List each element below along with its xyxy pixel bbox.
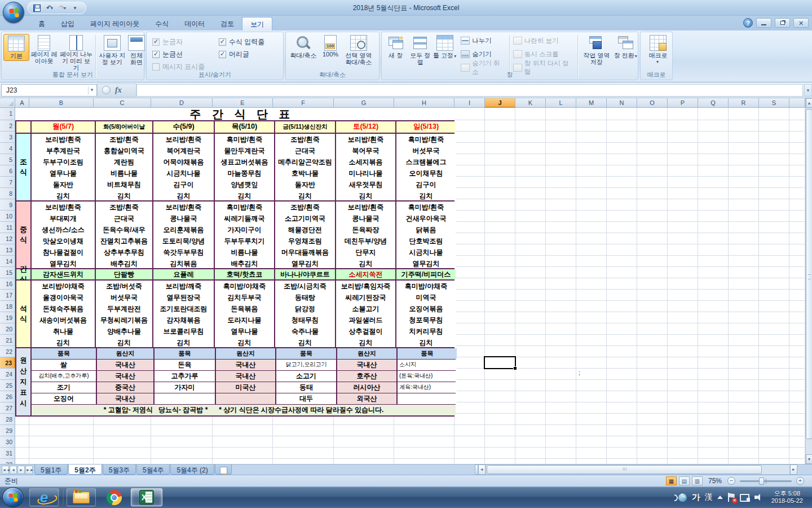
minimize-button[interactable] (756, 18, 771, 28)
row-header[interactable]: 11 (0, 222, 15, 233)
tab-page-layout[interactable]: 페이지 레이아웃 (82, 17, 147, 30)
row-header[interactable]: 17 (0, 290, 15, 301)
column-header[interactable]: S (759, 98, 789, 108)
select-all-corner[interactable] (0, 98, 15, 108)
row-header[interactable]: 31 (0, 448, 15, 459)
menu-cell[interactable]: 보리밥/깨죽 열무된장국 조기토란대조림 감자채볶음 브로콜리무침 김치 (152, 281, 214, 347)
sheet-tab[interactable]: 5월3주 (103, 465, 136, 475)
origin-cell[interactable]: 오징어 (32, 393, 96, 404)
taskbar-item-internet-explorer[interactable]: e (29, 488, 59, 506)
row-header[interactable]: 18 (0, 301, 15, 312)
zoom-in-icon[interactable]: + (796, 477, 804, 485)
row-header[interactable]: 1 (0, 108, 15, 120)
headings-checkbox[interactable]: 머리글 (219, 48, 264, 60)
origin-cell[interactable]: 소고기 (275, 371, 336, 382)
row-header[interactable]: 4 (0, 143, 15, 154)
table-title[interactable]: 주 간 식 단 표 (29, 108, 454, 120)
column-header[interactable]: M (576, 98, 607, 108)
menu-cell[interactable]: 조밥/시금치죽 동태탕 닭강정 청태무침 숙주나물 김치 (274, 281, 335, 347)
page-layout-view-button[interactable]: 페이지 레이아웃 (29, 34, 59, 65)
dinner-label[interactable]: 석식 (16, 281, 30, 347)
origin-header-cell[interactable]: 원산지 (336, 348, 396, 359)
table-note[interactable]: * 고혈압- 저염식 당뇨식- 잡곡밥 * * 상기 식단은 시장수급사정에 따… (32, 404, 456, 415)
origin-cell[interactable] (153, 393, 215, 404)
row-header[interactable]: 22 (0, 346, 15, 357)
day-header-mon[interactable]: 월(5/7) (30, 121, 95, 133)
volume-icon[interactable] (754, 493, 764, 502)
row-header[interactable]: 26 (0, 391, 15, 402)
menu-cell[interactable]: 보리밥/흰죽 콩나물국 돈육짜장 데친두부/양념 단무지 김치 (335, 202, 395, 268)
page-break-preview-button[interactable]: 페이지 나누기 미리 보기 (59, 34, 94, 72)
row-header[interactable]: 25 (0, 380, 15, 391)
zoom-100-button[interactable]: 100% (319, 34, 342, 59)
menu-cell[interactable]: 보리밥/흰죽 콩나물국 오리훈제볶음 도토리묵/양념 쑥갓두부무침 김치볶음 (152, 202, 214, 268)
row-header[interactable]: 13 (0, 244, 15, 256)
column-header[interactable]: O (637, 98, 668, 108)
row-header[interactable]: 2 (0, 120, 15, 132)
snack-cell[interactable]: 소세지쑥전 (335, 269, 395, 279)
expand-formula-bar-button[interactable]: ▼ (804, 84, 812, 97)
origin-cell[interactable]: 동태 (275, 382, 336, 393)
zoom-slider[interactable] (740, 480, 792, 482)
day-header-sat[interactable]: 토(5/12) (335, 121, 395, 133)
row-header[interactable]: 32 (0, 459, 15, 464)
ime-korean-indicator[interactable]: 가 (692, 492, 700, 503)
menu-cell[interactable]: 흑미밥/야채죽 미역국 오징어볶음 청포묵무침 치커리무침 김치 (395, 281, 456, 347)
origin-cell[interactable] (215, 393, 275, 404)
split-button[interactable]: 나누기 (459, 34, 508, 47)
normal-view-button[interactable]: 기본 (3, 34, 29, 61)
column-header[interactable]: C (94, 98, 151, 108)
snack-label[interactable]: 간식 (16, 269, 30, 279)
scroll-up-icon[interactable]: ▲ (806, 98, 812, 108)
origin-cell[interactable]: 호주산 (336, 371, 396, 382)
menu-cell[interactable]: 보리밥/흰죽 부추계란국 두부구이조림 열무나물 돌자반 김치 (30, 134, 95, 200)
close-button[interactable]: ✕ (793, 18, 809, 28)
vertical-scroll-thumb[interactable] (806, 109, 812, 439)
column-header[interactable]: P (668, 98, 698, 108)
sheet-tab-active[interactable]: 5월2주 (68, 465, 102, 475)
origin-cell[interactable]: 중국산 (96, 382, 153, 393)
horizontal-scroll-thumb[interactable] (487, 465, 762, 474)
name-box[interactable]: J23▼ (1, 84, 97, 97)
menu-cell[interactable]: 보리밥/흰죽 부대찌개 생선까스/소스 맛살오이냉채 참나물겉절이 열무김치 (30, 202, 95, 268)
menu-cell[interactable]: 보리밥/야채죽 올갱이아욱국 돈채숙주볶음 새송이버섯볶음 취나물 김치 (30, 281, 95, 347)
day-header-thu[interactable]: 목(5/10) (214, 121, 274, 133)
snack-cell[interactable]: 단팥빵 (95, 269, 152, 279)
row-header[interactable]: 27 (0, 402, 15, 414)
sheet-tab[interactable]: 5월1주 (34, 465, 68, 475)
column-header[interactable]: N (607, 98, 637, 108)
origin-cell[interactable]: 돈육 (153, 360, 215, 370)
menu-cell[interactable]: 흑미밥/흰죽 건새우아욱국 닭볶음 단호박조림 시금치나물 열무김치 (395, 202, 456, 268)
zoom-to-selection-button[interactable]: 선택 영역 확대/축소 (342, 34, 376, 67)
menu-cell[interactable]: 흑미밥/흰죽 물만두계란국 생표고버섯볶음 마늘쫑무침 양념깻잎 김치 (214, 134, 274, 200)
origin-cell[interactable]: 러시아산 (336, 382, 396, 393)
tab-home[interactable]: 홈 (30, 17, 53, 30)
scroll-down-icon[interactable]: ▼ (806, 454, 812, 464)
view-side-by-side-button[interactable]: 나란히 보기 (511, 34, 576, 47)
snack-cell[interactable]: 바나나/야쿠르트 (274, 269, 335, 279)
row-header[interactable]: 30 (0, 436, 15, 448)
origin-header-cell[interactable]: 품목 (275, 348, 336, 359)
row-header[interactable]: 21 (0, 335, 15, 346)
new-window-button[interactable]: 새 창 (383, 34, 408, 60)
column-header[interactable]: D (151, 98, 213, 108)
scroll-right-icon[interactable]: ► (790, 465, 797, 475)
snack-cell[interactable]: 기주떡/비피더스 (395, 269, 456, 279)
scroll-left-icon[interactable]: ◄ (478, 465, 486, 475)
row-header[interactable]: 8 (0, 188, 15, 199)
macros-button[interactable]: 매크로 ▾ (645, 34, 672, 67)
insert-function-button[interactable] (102, 86, 111, 94)
menu-cell[interactable]: 흑미밥/야채죽 김치두부국 돈육볶음 도라지나물 열무나물 김치 (214, 281, 274, 347)
zoom-slider-thumb[interactable] (759, 478, 764, 485)
page-break-view-button-status[interactable]: ▥ (692, 476, 703, 485)
selected-cell[interactable] (484, 356, 516, 369)
column-header[interactable]: B (29, 98, 94, 108)
sheet-tab[interactable]: 5월4주 (2) (170, 465, 214, 475)
action-center-icon[interactable]: ✕ (727, 493, 735, 502)
taskbar-item-explorer[interactable] (67, 488, 96, 506)
origin-header-cell[interactable]: 품목 (153, 348, 215, 359)
row-header[interactable]: 28 (0, 414, 15, 425)
gridlines-checkbox[interactable]: 눈금선 (152, 48, 205, 60)
row-header[interactable]: 10 (0, 211, 15, 222)
snack-cell[interactable]: 호떡/핫쵸코 (214, 269, 274, 279)
